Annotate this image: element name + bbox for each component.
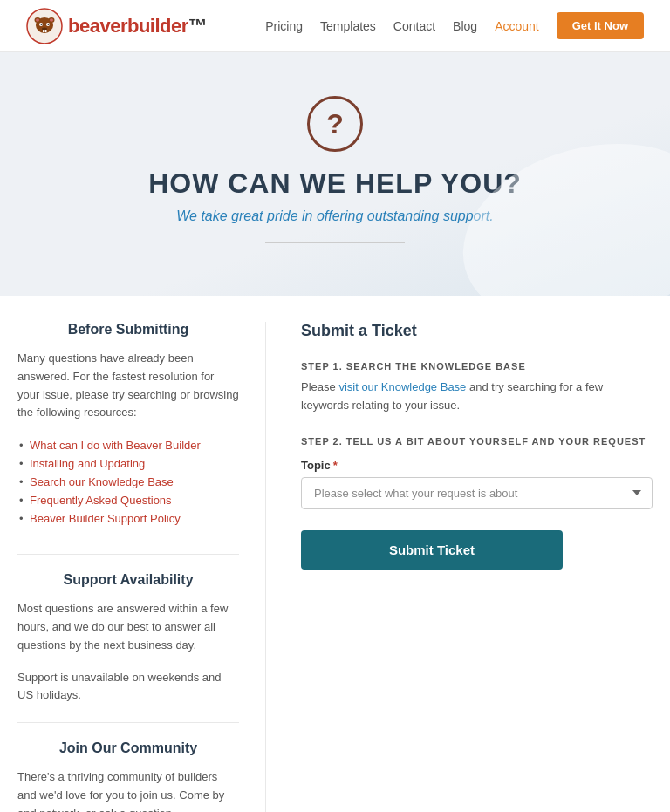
nav-pricing[interactable]: Pricing bbox=[265, 19, 303, 33]
link-what-can-do[interactable]: What can I do with Beaver Builder bbox=[30, 439, 201, 452]
before-submitting-body: Many questions have already been answere… bbox=[17, 350, 239, 422]
nav-links: Pricing Templates Contact Blog Account G… bbox=[265, 12, 644, 39]
step1-text: Please visit our Knowledge Base and try … bbox=[301, 379, 653, 415]
main-content: Before Submitting Many questions have al… bbox=[0, 296, 670, 812]
link-installing[interactable]: Installing and Updating bbox=[30, 457, 145, 470]
support-availability-title: Support Availability bbox=[17, 572, 239, 588]
submit-ticket-title: Submit a Ticket bbox=[301, 322, 653, 340]
nav-blog[interactable]: Blog bbox=[453, 19, 477, 33]
required-star: * bbox=[333, 459, 338, 472]
community-body: There's a thriving community of builders… bbox=[17, 768, 239, 812]
step2-label: STEP 2. TELL US A BIT ABOUT YOURSELF AND… bbox=[301, 436, 653, 447]
nav-account[interactable]: Account bbox=[495, 19, 539, 33]
topic-select[interactable]: Please select what your request is about… bbox=[301, 477, 653, 509]
step1-text-before: Please bbox=[301, 380, 338, 393]
list-item: Installing and Updating bbox=[17, 454, 239, 473]
support-availability-body2: Support is unavailable on weekends and U… bbox=[17, 669, 239, 706]
svg-rect-12 bbox=[45, 30, 47, 32]
resource-links: What can I do with Beaver Builder Instal… bbox=[17, 436, 239, 528]
link-faq[interactable]: Frequently Asked Questions bbox=[30, 494, 172, 507]
logo[interactable]: beaverbuilder™ bbox=[26, 8, 207, 44]
list-item: What can I do with Beaver Builder bbox=[17, 436, 239, 454]
svg-rect-11 bbox=[43, 30, 44, 32]
link-support-policy[interactable]: Beaver Builder Support Policy bbox=[30, 512, 181, 525]
brand-name: beaverbuilder™ bbox=[68, 15, 207, 38]
list-item: Frequently Asked Questions bbox=[17, 491, 239, 509]
knowledge-base-link[interactable]: visit our Knowledge Base bbox=[338, 380, 466, 393]
section-divider-2 bbox=[17, 722, 239, 723]
list-item: Beaver Builder Support Policy bbox=[17, 509, 239, 528]
topic-label: Topic * bbox=[301, 459, 653, 472]
hero-subtitle: We take great pride in offering outstand… bbox=[17, 208, 653, 224]
svg-point-9 bbox=[48, 24, 50, 25]
support-availability-body1: Most questions are answered within a few… bbox=[17, 600, 239, 654]
get-it-now-button[interactable]: Get It Now bbox=[557, 12, 644, 39]
community-title: Join Our Community bbox=[17, 740, 239, 756]
list-item: Search our Knowledge Base bbox=[17, 473, 239, 491]
section-divider bbox=[17, 554, 239, 555]
right-column: Submit a Ticket STEP 1. SEARCH THE KNOWL… bbox=[266, 322, 653, 812]
step1-label: STEP 1. SEARCH THE KNOWLEDGE BASE bbox=[301, 361, 653, 372]
nav-templates[interactable]: Templates bbox=[320, 19, 376, 33]
logo-icon bbox=[26, 8, 63, 44]
topic-field-container: Topic * Please select what your request … bbox=[301, 459, 653, 530]
before-submitting-title: Before Submitting bbox=[17, 322, 239, 338]
submit-ticket-button[interactable]: Submit Ticket bbox=[301, 530, 563, 570]
hero-title: HOW CAN WE HELP YOU? bbox=[17, 167, 653, 200]
left-column: Before Submitting Many questions have al… bbox=[17, 322, 266, 812]
question-mark-symbol: ? bbox=[326, 110, 344, 138]
link-knowledge-base[interactable]: Search our Knowledge Base bbox=[30, 475, 174, 488]
svg-point-4 bbox=[36, 18, 39, 22]
navbar: beaverbuilder™ Pricing Templates Contact… bbox=[0, 0, 670, 52]
hero-divider bbox=[265, 242, 405, 243]
nav-contact[interactable]: Contact bbox=[393, 19, 435, 33]
svg-point-8 bbox=[41, 24, 43, 25]
question-icon: ? bbox=[307, 96, 363, 152]
hero-section: ? HOW CAN WE HELP YOU? We take great pri… bbox=[0, 52, 670, 296]
svg-point-5 bbox=[50, 18, 53, 22]
